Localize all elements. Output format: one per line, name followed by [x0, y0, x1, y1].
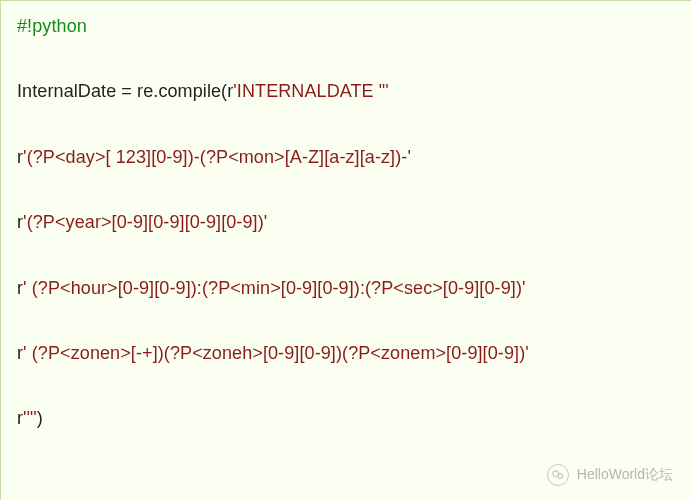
svg-point-1: [558, 474, 563, 479]
code-line: r' (?P<zonen>[-+])(?P<zoneh>[0-9][0-9])(…: [17, 342, 675, 365]
code-segment: '(?P<year>[0-9][0-9][0-9][0-9])': [23, 212, 267, 232]
code-segment: '"': [23, 408, 37, 428]
code-line: r'(?P<day>[ 123][0-9])-(?P<mon>[A-Z][a-z…: [17, 146, 675, 169]
watermark-text: HelloWorld论坛: [577, 466, 673, 484]
code-block: #!pythonInternalDate = re.compile(r'INTE…: [0, 0, 691, 500]
code-segment: '(?P<day>[ 123][0-9])-(?P<mon>[A-Z][a-z]…: [23, 147, 411, 167]
wechat-icon: [547, 464, 569, 486]
code-segment: ' (?P<zonen>[-+])(?P<zoneh>[0-9][0-9])(?…: [23, 343, 529, 363]
code-line: InternalDate = re.compile(r'INTERNALDATE…: [17, 80, 675, 103]
watermark: HelloWorld论坛: [547, 464, 673, 486]
code-segment: 'INTERNALDATE "': [233, 81, 389, 101]
code-line: r'(?P<year>[0-9][0-9][0-9][0-9])': [17, 211, 675, 234]
code-line: r' (?P<hour>[0-9][0-9]):(?P<min>[0-9][0-…: [17, 277, 675, 300]
code-segment: #!python: [17, 16, 87, 36]
code-line: r'"'): [17, 407, 675, 430]
code-segment: ): [37, 408, 43, 428]
code-segment: InternalDate = re.compile(r: [17, 81, 233, 101]
code-line: #!python: [17, 15, 675, 38]
code-segment: ' (?P<hour>[0-9][0-9]):(?P<min>[0-9][0-9…: [23, 278, 525, 298]
